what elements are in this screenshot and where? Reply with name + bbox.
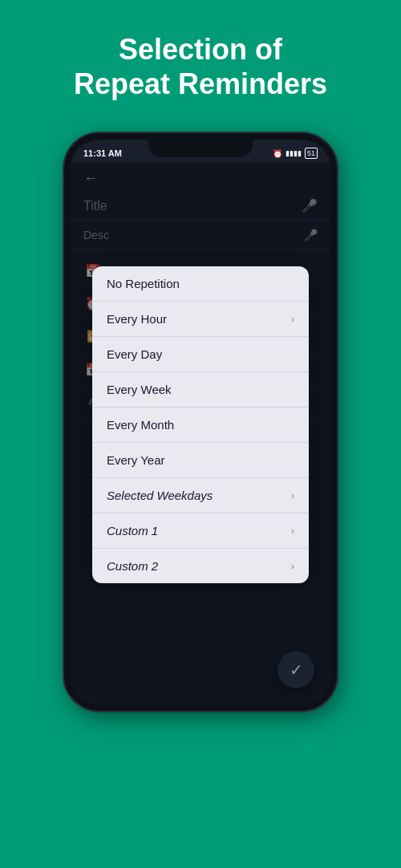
menu-item-every-hour[interactable]: Every Hour › xyxy=(92,302,309,337)
menu-item-every-week[interactable]: Every Week xyxy=(92,372,309,408)
menu-item-every-day[interactable]: Every Day xyxy=(92,337,309,372)
phone-btn-left-2 xyxy=(64,276,66,316)
alarm-icon: ⏰ xyxy=(273,149,282,158)
chevron-every-hour: › xyxy=(291,313,294,325)
menu-label-every-week: Every Week xyxy=(107,383,172,396)
phone-container: 11:31 AM ⏰ ▮▮▮▮ 51 ← Title 🎤 Desc xyxy=(0,133,401,711)
menu-item-custom1[interactable]: Custom 1 › xyxy=(92,513,309,549)
chevron-custom1: › xyxy=(291,525,294,537)
status-time: 11:31 AM xyxy=(83,148,122,158)
menu-label-no-repetition: No Repetition xyxy=(107,277,180,290)
menu-label-every-day: Every Day xyxy=(107,347,162,361)
menu-label-every-year: Every Year xyxy=(107,453,165,467)
phone-btn-left-1 xyxy=(64,244,66,268)
status-icons: ⏰ ▮▮▮▮ 51 xyxy=(273,148,318,159)
phone-btn-right xyxy=(335,268,337,316)
menu-item-every-month[interactable]: Every Month xyxy=(92,408,309,443)
menu-label-custom1: Custom 1 xyxy=(107,524,158,537)
menu-item-no-repetition[interactable]: No Repetition xyxy=(92,266,309,302)
app-screen: ← Title 🎤 Desc 🎤 📅 5/21 ⏰ 0 am xyxy=(71,162,330,704)
menu-item-every-year[interactable]: Every Year xyxy=(92,443,309,478)
phone: 11:31 AM ⏰ ▮▮▮▮ 51 ← Title 🎤 Desc xyxy=(64,133,337,711)
menu-label-selected-weekdays: Selected Weekdays xyxy=(107,489,213,502)
header-area: Selection of Repeat Reminders xyxy=(0,0,401,125)
chevron-custom2: › xyxy=(291,560,294,572)
menu-label-every-month: Every Month xyxy=(107,418,174,432)
menu-label-custom2: Custom 2 xyxy=(107,559,158,573)
header-title-line1: Selection of xyxy=(119,33,282,66)
header-title-line2: Repeat Reminders xyxy=(74,67,327,100)
menu-label-every-hour: Every Hour xyxy=(107,312,167,326)
menu-item-selected-weekdays[interactable]: Selected Weekdays › xyxy=(92,478,309,513)
menu-item-custom2[interactable]: Custom 2 › xyxy=(92,549,309,583)
battery-icon: 51 xyxy=(305,148,318,159)
phone-btn-left-3 xyxy=(64,324,66,364)
chevron-selected-weekdays: › xyxy=(291,489,294,501)
phone-notch xyxy=(148,140,253,157)
header-title: Selection of Repeat Reminders xyxy=(24,32,377,101)
signal-icon: ▮▮▮▮ xyxy=(286,149,302,157)
dropdown-menu: No Repetition Every Hour › Every Day Eve… xyxy=(92,266,309,583)
